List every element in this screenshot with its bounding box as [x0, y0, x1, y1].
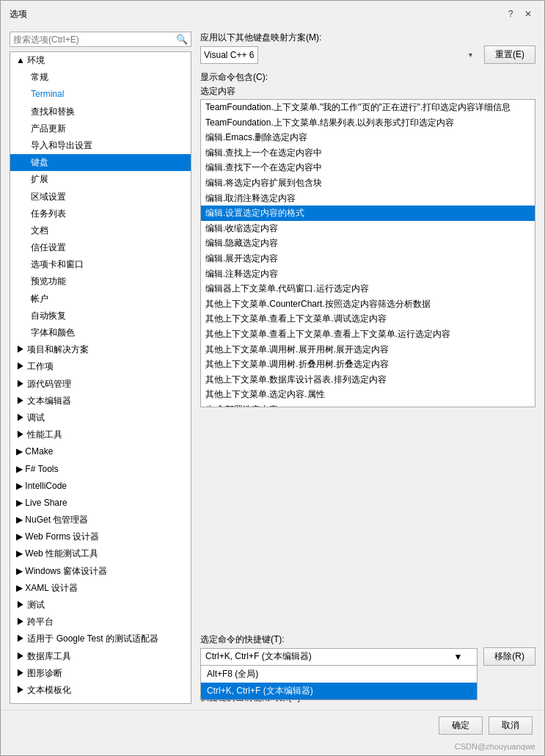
command-item[interactable]: 编辑.Emacs.删除选定内容 [201, 130, 535, 145]
tree-item-nuget[interactable]: ▶ NuGet 包管理器 [10, 512, 191, 528]
tree-item-scm[interactable]: ▶ 源代码管理 [10, 376, 191, 393]
cancel-button[interactable]: 取消 [489, 716, 533, 735]
tree-view: ▲ 环境常规Terminal查找和替换产品更新导入和导出设置键盘扩展区域设置任务… [10, 51, 191, 704]
tree-item-crossplatform[interactable]: ▶ 跨平台 [10, 614, 191, 630]
command-item[interactable]: 编辑器上下文菜单.代码窗口.运行选定内容 [201, 281, 535, 297]
help-button[interactable]: ? [503, 7, 518, 21]
shortcut-dropdown-button[interactable]: Ctrl+K, Ctrl+F (文本编辑器) ▼ [200, 648, 478, 666]
selected-content-label: 选定内容 [200, 85, 535, 98]
apply-scheme-label: 应用以下其他键盘映射方案(M): [200, 32, 535, 44]
tree-item-debug[interactable]: ▶ 调试 [10, 410, 191, 426]
tree-item-trust[interactable]: 信任设置 [10, 239, 191, 256]
tree-item-texteditor[interactable]: ▶ 文本编辑器 [10, 393, 191, 410]
tree-item-autorecover[interactable]: 自动恢复 [10, 308, 191, 324]
tree-item-env[interactable]: ▲ 环境 [10, 52, 191, 69]
command-item[interactable]: 生成.部署选定内容 [201, 402, 535, 407]
tree-item-googletest[interactable]: ▶ 适用于 Google Test 的测试适配器 [10, 630, 191, 647]
dialog-title: 选项 [10, 8, 27, 21]
shortcut-label: 选定命令的快捷键(T): [200, 633, 535, 646]
tree-item-fsharp[interactable]: ▶ F# Tools [10, 461, 191, 478]
command-item[interactable]: 其他上下文菜单.查看上下文菜单.调试选定内容 [201, 311, 535, 327]
command-item[interactable]: 其他上下文菜单.CounterChart.按照选定内容筛选分析数据 [201, 297, 535, 312]
tree-item-winforms[interactable]: ▶ Windows 窗体设计器 [10, 563, 191, 580]
tree-item-webforms[interactable]: ▶ Web Forms 设计器 [10, 528, 191, 545]
tree-item-fonts[interactable]: 字体和颜色 [10, 324, 191, 341]
tree-item-keyboard[interactable]: 键盘 [10, 154, 191, 171]
tree-item-findreplace[interactable]: 查找和替换 [10, 103, 191, 120]
title-bar: 选项 ? ✕ [1, 1, 544, 26]
tree-item-updates[interactable]: 产品更新 [10, 120, 191, 137]
tree-item-tabswindows[interactable]: 选项卡和窗口 [10, 256, 191, 273]
search-input[interactable] [13, 34, 176, 45]
command-item[interactable]: TeamFoundation.上下文菜单.结果列表.以列表形式打印选定内容 [201, 115, 535, 131]
shortcut-row: Ctrl+K, Ctrl+F (文本编辑器) ▼ Alt+F8 (全局)Ctrl… [200, 647, 535, 666]
command-item[interactable]: 其他上下文菜单.数据库设计器表.排列选定内容 [201, 372, 535, 388]
tree-item-database[interactable]: ▶ 数据库工具 [10, 648, 191, 665]
shortcut-list-item[interactable]: Ctrl+K, Ctrl+F (文本编辑器) [201, 683, 477, 699]
commands-section: 显示命令包含(C): 选定内容 TeamFoundation.上下文菜单."我的… [200, 71, 535, 622]
command-item[interactable]: 编辑.收缩选定内容 [201, 221, 535, 236]
tree-item-importsettings[interactable]: 导入和导出设置 [10, 137, 191, 154]
dialog-footer: 确定 取消 [1, 710, 544, 742]
shortcut-value-text: Ctrl+K, Ctrl+F (文本编辑器) [205, 650, 312, 663]
search-box: 🔍 [10, 32, 191, 47]
watermark: CSDN@zhouyuanqwe [1, 742, 544, 755]
command-item[interactable]: 编辑.隐藏选定内容 [201, 236, 535, 251]
right-panel: 应用以下其他键盘映射方案(M): Visual C++ 6 重置(E) 显示命令… [200, 32, 535, 704]
tree-item-perf[interactable]: ▶ 性能工具 [10, 426, 191, 443]
command-item[interactable]: 其他上下文菜单.调用树.折叠用树.折叠选定内容 [201, 357, 535, 372]
close-button[interactable]: ✕ [521, 7, 535, 21]
tree-item-general[interactable]: 常规 [10, 69, 191, 86]
command-item[interactable]: 编辑.取消注释选定内容 [201, 191, 535, 206]
commands-list: TeamFoundation.上下文菜单."我的工作"页的"正在进行".打印选定… [200, 99, 535, 407]
scheme-select-wrapper: Visual C++ 6 [200, 46, 478, 64]
tree-item-graphdiag[interactable]: ▶ 图形诊断 [10, 665, 191, 682]
command-item[interactable]: 编辑.注释选定内容 [201, 266, 535, 282]
apply-scheme-row: Visual C++ 6 重置(E) [200, 46, 535, 64]
left-panel: 🔍 ▲ 环境常规Terminal查找和替换产品更新导入和导出设置键盘扩展区域设置… [10, 32, 191, 704]
scheme-select[interactable]: Visual C++ 6 [200, 46, 258, 64]
shortcut-list-item[interactable]: Alt+F8 (全局) [201, 666, 477, 683]
tree-item-intellicode[interactable]: ▶ IntelliCode [10, 478, 191, 495]
shortcut-dropdown-list: Alt+F8 (全局)Ctrl+K, Ctrl+F (文本编辑器) [200, 666, 478, 700]
command-item[interactable]: 编辑.设置选定内容的格式 [201, 206, 535, 221]
shortcut-dropdown: Ctrl+K, Ctrl+F (文本编辑器) ▼ Alt+F8 (全局)Ctrl… [200, 648, 478, 666]
remove-button[interactable]: 移除(R) [483, 647, 535, 666]
tree-item-tasklist[interactable]: 任务列表 [10, 206, 191, 222]
ok-button[interactable]: 确定 [439, 716, 483, 735]
command-item[interactable]: TeamFoundation.上下文菜单."我的工作"页的"正在进行".打印选定… [201, 100, 535, 115]
tree-item-webperf[interactable]: ▶ Web 性能测试工具 [10, 545, 191, 562]
tree-item-liveshare[interactable]: ▶ Live Share [10, 495, 191, 512]
tree-item-cmake[interactable]: ▶ CMake [10, 443, 191, 460]
tree-item-regional[interactable]: 区域设置 [10, 189, 191, 206]
command-item[interactable]: 编辑.查找上一个在选定内容中 [201, 145, 535, 161]
tree-item-xaml[interactable]: ▶ XAML 设计器 [10, 580, 191, 597]
title-bar-controls: ? ✕ [503, 7, 535, 21]
search-icon: 🔍 [176, 34, 188, 45]
tree-item-terminal[interactable]: Terminal [10, 86, 191, 103]
dialog-content: 🔍 ▲ 环境常规Terminal查找和替换产品更新导入和导出设置键盘扩展区域设置… [1, 26, 544, 710]
command-item[interactable]: 编辑.展开选定内容 [201, 251, 535, 266]
tree-item-workitems[interactable]: ▶ 工作项 [10, 358, 191, 375]
command-item[interactable]: 其他上下文菜单.调用树.展开用树.展开选定内容 [201, 342, 535, 357]
tree-item-docs[interactable]: 文档 [10, 222, 191, 239]
tree-item-account[interactable]: 帐户 [10, 291, 191, 308]
apply-scheme-section: 应用以下其他键盘映射方案(M): Visual C++ 6 重置(E) [200, 32, 535, 64]
tree-item-preview[interactable]: 预览功能 [10, 273, 191, 290]
command-item[interactable]: 编辑.查找下一个在选定内容中 [201, 160, 535, 175]
display-commands-label: 显示命令包含(C): [200, 71, 535, 84]
reset-button[interactable]: 重置(E) [484, 46, 535, 64]
tree-item-extensions[interactable]: 扩展 [10, 171, 191, 188]
command-item[interactable]: 其他上下文菜单.查看上下文菜单.查看上下文菜单.运行选定内容 [201, 327, 535, 342]
tree-item-projsolutions[interactable]: ▶ 项目和解决方案 [10, 341, 191, 358]
tree-item-test[interactable]: ▶ 测试 [10, 597, 191, 614]
shortcut-chevron-icon: ▼ [453, 652, 462, 662]
command-item[interactable]: 编辑.将选定内容扩展到包含块 [201, 175, 535, 191]
command-item[interactable]: 其他上下文菜单.选定内容.属性 [201, 387, 535, 402]
tree-item-texttemplate[interactable]: ▶ 文本模板化 [10, 682, 191, 699]
shortcut-section: 选定命令的快捷键(T): Ctrl+K, Ctrl+F (文本编辑器) ▼ Al… [200, 633, 535, 704]
